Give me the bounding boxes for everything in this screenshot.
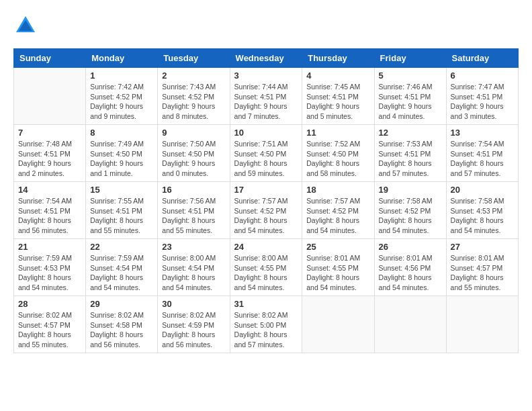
day-info: Sunrise: 7:57 AM Sunset: 4:52 PM Dayligh… bbox=[306, 196, 369, 236]
logo-icon bbox=[13, 13, 38, 38]
calendar-header-thursday: Thursday bbox=[302, 49, 374, 68]
calendar-cell: 30Sunrise: 8:02 AM Sunset: 4:59 PM Dayli… bbox=[158, 296, 230, 353]
calendar-cell: 13Sunrise: 7:54 AM Sunset: 4:51 PM Dayli… bbox=[446, 125, 518, 182]
day-number: 15 bbox=[90, 185, 153, 195]
day-info: Sunrise: 7:54 AM Sunset: 4:51 PM Dayligh… bbox=[451, 139, 514, 179]
week-row-5: 28Sunrise: 8:02 AM Sunset: 4:57 PM Dayli… bbox=[14, 296, 519, 353]
day-number: 26 bbox=[379, 242, 442, 252]
day-info: Sunrise: 7:59 AM Sunset: 4:53 PM Dayligh… bbox=[18, 253, 81, 293]
day-number: 31 bbox=[234, 299, 298, 309]
calendar-cell: 24Sunrise: 8:00 AM Sunset: 4:55 PM Dayli… bbox=[230, 239, 302, 296]
day-info: Sunrise: 8:01 AM Sunset: 4:56 PM Dayligh… bbox=[379, 253, 442, 293]
day-info: Sunrise: 7:50 AM Sunset: 4:50 PM Dayligh… bbox=[162, 139, 225, 179]
calendar-header-friday: Friday bbox=[374, 49, 446, 68]
day-info: Sunrise: 7:43 AM Sunset: 4:52 PM Dayligh… bbox=[162, 82, 225, 122]
day-info: Sunrise: 7:48 AM Sunset: 4:51 PM Dayligh… bbox=[18, 139, 81, 179]
day-info: Sunrise: 7:57 AM Sunset: 4:52 PM Dayligh… bbox=[234, 196, 298, 236]
day-info: Sunrise: 7:45 AM Sunset: 4:51 PM Dayligh… bbox=[306, 82, 369, 122]
day-info: Sunrise: 8:01 AM Sunset: 4:57 PM Dayligh… bbox=[451, 253, 514, 293]
day-number: 6 bbox=[451, 71, 514, 81]
day-info: Sunrise: 7:58 AM Sunset: 4:53 PM Dayligh… bbox=[451, 196, 514, 236]
day-number: 17 bbox=[234, 185, 298, 195]
week-row-1: 1Sunrise: 7:42 AM Sunset: 4:52 PM Daylig… bbox=[14, 68, 519, 125]
day-number: 7 bbox=[18, 128, 81, 138]
calendar-cell: 31Sunrise: 8:02 AM Sunset: 5:00 PM Dayli… bbox=[230, 296, 302, 353]
day-number: 21 bbox=[18, 242, 81, 252]
day-info: Sunrise: 8:00 AM Sunset: 4:54 PM Dayligh… bbox=[162, 253, 225, 293]
calendar-cell: 6Sunrise: 7:47 AM Sunset: 4:51 PM Daylig… bbox=[446, 68, 518, 125]
calendar-cell: 21Sunrise: 7:59 AM Sunset: 4:53 PM Dayli… bbox=[14, 239, 86, 296]
calendar-cell: 9Sunrise: 7:50 AM Sunset: 4:50 PM Daylig… bbox=[158, 125, 230, 182]
day-info: Sunrise: 8:02 AM Sunset: 4:58 PM Dayligh… bbox=[90, 310, 153, 350]
day-number: 27 bbox=[451, 242, 514, 252]
calendar-header-tuesday: Tuesday bbox=[158, 49, 230, 68]
day-info: Sunrise: 7:44 AM Sunset: 4:51 PM Dayligh… bbox=[234, 82, 298, 122]
day-number: 11 bbox=[306, 128, 369, 138]
day-number: 13 bbox=[451, 128, 514, 138]
calendar-cell: 7Sunrise: 7:48 AM Sunset: 4:51 PM Daylig… bbox=[14, 125, 86, 182]
day-info: Sunrise: 7:49 AM Sunset: 4:50 PM Dayligh… bbox=[90, 139, 153, 179]
calendar-cell: 19Sunrise: 7:58 AM Sunset: 4:52 PM Dayli… bbox=[374, 182, 446, 239]
day-info: Sunrise: 7:55 AM Sunset: 4:51 PM Dayligh… bbox=[90, 196, 153, 236]
calendar-header-sunday: Sunday bbox=[14, 49, 86, 68]
page-header bbox=[13, 13, 519, 38]
day-info: Sunrise: 7:46 AM Sunset: 4:51 PM Dayligh… bbox=[379, 82, 442, 122]
calendar-cell: 10Sunrise: 7:51 AM Sunset: 4:50 PM Dayli… bbox=[230, 125, 302, 182]
calendar-cell bbox=[374, 296, 446, 353]
day-number: 8 bbox=[90, 128, 153, 138]
calendar-cell bbox=[302, 296, 374, 353]
calendar-cell: 2Sunrise: 7:43 AM Sunset: 4:52 PM Daylig… bbox=[158, 68, 230, 125]
day-number: 2 bbox=[162, 71, 225, 81]
calendar-header-monday: Monday bbox=[86, 49, 158, 68]
calendar-cell: 18Sunrise: 7:57 AM Sunset: 4:52 PM Dayli… bbox=[302, 182, 374, 239]
day-number: 10 bbox=[234, 128, 298, 138]
calendar-header-row: SundayMondayTuesdayWednesdayThursdayFrid… bbox=[14, 49, 519, 68]
week-row-4: 21Sunrise: 7:59 AM Sunset: 4:53 PM Dayli… bbox=[14, 239, 519, 296]
day-info: Sunrise: 7:51 AM Sunset: 4:50 PM Dayligh… bbox=[234, 139, 298, 179]
day-number: 16 bbox=[162, 185, 225, 195]
calendar-cell: 26Sunrise: 8:01 AM Sunset: 4:56 PM Dayli… bbox=[374, 239, 446, 296]
day-info: Sunrise: 7:47 AM Sunset: 4:51 PM Dayligh… bbox=[451, 82, 514, 122]
day-number: 30 bbox=[162, 299, 225, 309]
calendar-cell: 20Sunrise: 7:58 AM Sunset: 4:53 PM Dayli… bbox=[446, 182, 518, 239]
day-number: 14 bbox=[18, 185, 81, 195]
calendar-cell: 3Sunrise: 7:44 AM Sunset: 4:51 PM Daylig… bbox=[230, 68, 302, 125]
day-info: Sunrise: 8:00 AM Sunset: 4:55 PM Dayligh… bbox=[234, 253, 298, 293]
calendar-cell: 8Sunrise: 7:49 AM Sunset: 4:50 PM Daylig… bbox=[86, 125, 158, 182]
day-info: Sunrise: 7:58 AM Sunset: 4:52 PM Dayligh… bbox=[379, 196, 442, 236]
calendar-cell bbox=[446, 296, 518, 353]
day-number: 12 bbox=[379, 128, 442, 138]
day-number: 22 bbox=[90, 242, 153, 252]
calendar-header-saturday: Saturday bbox=[446, 49, 518, 68]
calendar-cell: 27Sunrise: 8:01 AM Sunset: 4:57 PM Dayli… bbox=[446, 239, 518, 296]
calendar-cell: 23Sunrise: 8:00 AM Sunset: 4:54 PM Dayli… bbox=[158, 239, 230, 296]
calendar-header-wednesday: Wednesday bbox=[230, 49, 302, 68]
week-row-3: 14Sunrise: 7:54 AM Sunset: 4:51 PM Dayli… bbox=[14, 182, 519, 239]
day-info: Sunrise: 7:56 AM Sunset: 4:51 PM Dayligh… bbox=[162, 196, 225, 236]
calendar-cell: 17Sunrise: 7:57 AM Sunset: 4:52 PM Dayli… bbox=[230, 182, 302, 239]
day-number: 18 bbox=[306, 185, 369, 195]
calendar-cell: 25Sunrise: 8:01 AM Sunset: 4:55 PM Dayli… bbox=[302, 239, 374, 296]
day-info: Sunrise: 8:02 AM Sunset: 4:57 PM Dayligh… bbox=[18, 310, 81, 350]
day-number: 1 bbox=[90, 71, 153, 81]
calendar-cell: 16Sunrise: 7:56 AM Sunset: 4:51 PM Dayli… bbox=[158, 182, 230, 239]
day-info: Sunrise: 8:01 AM Sunset: 4:55 PM Dayligh… bbox=[306, 253, 369, 293]
calendar-cell: 4Sunrise: 7:45 AM Sunset: 4:51 PM Daylig… bbox=[302, 68, 374, 125]
day-number: 29 bbox=[90, 299, 153, 309]
day-info: Sunrise: 7:53 AM Sunset: 4:51 PM Dayligh… bbox=[379, 139, 442, 179]
calendar-cell: 14Sunrise: 7:54 AM Sunset: 4:51 PM Dayli… bbox=[14, 182, 86, 239]
logo bbox=[13, 13, 40, 38]
calendar-cell: 11Sunrise: 7:52 AM Sunset: 4:50 PM Dayli… bbox=[302, 125, 374, 182]
calendar-cell: 22Sunrise: 7:59 AM Sunset: 4:54 PM Dayli… bbox=[86, 239, 158, 296]
day-number: 25 bbox=[306, 242, 369, 252]
day-info: Sunrise: 7:59 AM Sunset: 4:54 PM Dayligh… bbox=[90, 253, 153, 293]
calendar-cell bbox=[14, 68, 86, 125]
day-number: 28 bbox=[18, 299, 81, 309]
day-info: Sunrise: 7:54 AM Sunset: 4:51 PM Dayligh… bbox=[18, 196, 81, 236]
day-number: 23 bbox=[162, 242, 225, 252]
calendar-cell: 28Sunrise: 8:02 AM Sunset: 4:57 PM Dayli… bbox=[14, 296, 86, 353]
calendar-cell: 12Sunrise: 7:53 AM Sunset: 4:51 PM Dayli… bbox=[374, 125, 446, 182]
day-info: Sunrise: 8:02 AM Sunset: 5:00 PM Dayligh… bbox=[234, 310, 298, 350]
day-number: 3 bbox=[234, 71, 298, 81]
calendar-cell: 29Sunrise: 8:02 AM Sunset: 4:58 PM Dayli… bbox=[86, 296, 158, 353]
